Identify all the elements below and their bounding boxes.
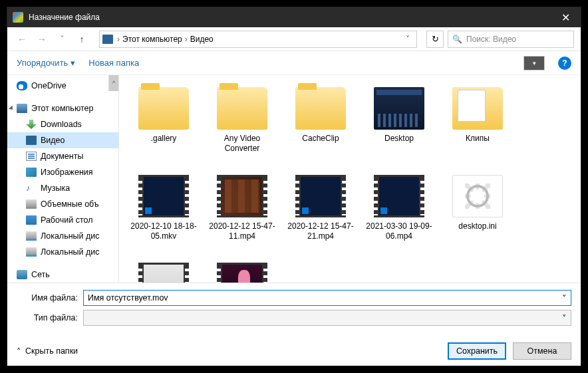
forward-button[interactable]: →	[34, 31, 50, 47]
file-item[interactable]: Клипы	[440, 83, 515, 168]
file-item[interactable]: 2020-12-10 18-18-05.mkv	[126, 171, 202, 256]
footer: ˄Скрыть папки Сохранить Отмена	[7, 336, 581, 366]
window-title: Назначение файла	[29, 13, 100, 22]
search-placeholder: Поиск: Видео	[466, 35, 516, 44]
filetype-select[interactable]: ˅	[83, 310, 571, 326]
folder-icon	[138, 87, 189, 130]
up-button[interactable]: ↑	[74, 31, 90, 47]
chevron-down-icon[interactable]: ˅	[562, 313, 567, 323]
sidebar-item-video[interactable]: Видео	[7, 132, 118, 148]
app-icon	[13, 12, 23, 23]
video-thumb-icon	[374, 175, 424, 217]
video-thumb-icon	[295, 175, 346, 217]
docs-icon	[26, 152, 37, 161]
folder-preview-icon	[374, 87, 424, 130]
search-icon: 🔍	[452, 35, 462, 44]
recent-dropdown[interactable]: ˅	[54, 31, 70, 47]
file-item[interactable]: Desktop	[361, 83, 437, 168]
sidebar-item-pc[interactable]: Этот компьютер	[7, 100, 118, 116]
search-input[interactable]: 🔍 Поиск: Видео	[448, 31, 574, 48]
video-icon	[26, 136, 37, 145]
video-folder-icon	[102, 35, 113, 44]
filename-label: Имя файла:	[17, 293, 78, 303]
breadcrumb-root[interactable]: Этот компьютер	[122, 35, 182, 44]
video-thumb-icon	[217, 175, 267, 217]
pc-icon	[17, 104, 27, 113]
folder-icon	[217, 87, 267, 130]
gear-icon	[466, 185, 489, 207]
video-thumb-icon	[138, 175, 189, 217]
chevron-down-icon: ▾	[71, 58, 75, 68]
image-icon	[26, 168, 37, 177]
chevron-down-icon[interactable]: ˅	[562, 293, 567, 303]
sidebar-item-images[interactable]: Изображения	[7, 164, 118, 180]
music-icon: ♪	[26, 184, 37, 193]
file-item[interactable]: desktop.ini	[440, 171, 515, 256]
file-item[interactable]: МЧТ.mp4	[204, 259, 280, 283]
save-dialog: Назначение файла ✕ ← → ˅ ↑ › Этот компью…	[7, 7, 581, 366]
disk-icon	[26, 231, 37, 241]
titlebar: Назначение файла ✕	[7, 7, 581, 27]
navbar: ← → ˅ ↑ › Этот компьютер › Видео ˅ ↻ 🔍 П…	[7, 27, 581, 51]
back-button[interactable]: ←	[14, 31, 30, 47]
sidebar-item-music[interactable]: ♪Музыка	[7, 180, 118, 196]
breadcrumb[interactable]: › Этот компьютер › Видео ˅	[99, 31, 417, 48]
video-thumb-icon	[138, 263, 189, 283]
file-item[interactable]: 2020-12-12 15-47-21.mp4	[283, 171, 359, 256]
file-item[interactable]: .gallery	[126, 83, 202, 168]
sidebar-item-local1[interactable]: Локальный дис	[7, 228, 118, 244]
folder-icon	[295, 87, 346, 130]
sidebar: ^ OneDrive Этот компьютер Downloads Виде…	[7, 75, 119, 283]
sidebar-item-network[interactable]: Сеть	[7, 267, 118, 283]
cancel-button[interactable]: Отмена	[513, 342, 571, 360]
download-icon	[26, 120, 37, 129]
network-icon	[17, 270, 27, 279]
scrollbar-up[interactable]: ^	[108, 75, 118, 91]
filename-panel: Имя файла: Имя отсутствует.mov˅ Тип файл…	[7, 283, 581, 336]
file-item[interactable]: 2020-12-12 15-47-11.mp4	[204, 171, 280, 256]
sidebar-item-desktop[interactable]: Рабочий стол	[7, 212, 118, 228]
close-button[interactable]: ✕	[551, 7, 581, 27]
view-options[interactable]: ▾	[523, 56, 545, 70]
sidebar-item-3d[interactable]: Объемные объ	[7, 196, 118, 212]
settings-file-icon	[452, 175, 503, 217]
file-item[interactable]: 2021-03-30 19-09-06.mp4	[361, 171, 437, 256]
disk-icon	[26, 247, 37, 257]
chevron-up-icon: ˄	[17, 346, 21, 356]
video-thumb-icon	[217, 263, 267, 283]
sidebar-item-local2[interactable]: Локальный дис	[7, 244, 118, 260]
file-item[interactable]: CacheClip	[283, 83, 359, 168]
folder-preview-icon	[452, 87, 503, 130]
sidebar-item-docs[interactable]: Документы	[7, 148, 118, 164]
new-folder-button[interactable]: Новая папка	[88, 58, 139, 68]
cloud-icon	[17, 81, 27, 90]
help-button[interactable]: ?	[558, 57, 571, 70]
box-icon	[26, 199, 37, 209]
chevron-right-icon: ›	[184, 35, 189, 44]
breadcrumb-dropdown[interactable]: ˅	[402, 35, 414, 44]
hide-folders-toggle[interactable]: ˄Скрыть папки	[17, 346, 78, 356]
sidebar-item-downloads[interactable]: Downloads	[7, 116, 118, 132]
refresh-button[interactable]: ↻	[426, 31, 444, 48]
file-grid: .gallery Any Video Converter CacheClip D…	[119, 75, 581, 283]
toolbar: Упорядочить ▾ Новая папка ▾ ?	[7, 51, 581, 75]
desktop-icon	[26, 215, 37, 225]
filename-input[interactable]: Имя отсутствует.mov˅	[83, 290, 571, 306]
file-item[interactable]: Any Video Converter	[204, 83, 280, 168]
filetype-label: Тип файла:	[17, 313, 78, 322]
organize-menu[interactable]: Упорядочить ▾	[17, 58, 75, 68]
chevron-right-icon: ›	[116, 35, 121, 44]
breadcrumb-folder[interactable]: Видео	[190, 35, 214, 44]
file-item[interactable]: Имя отутствует.mov	[126, 259, 202, 283]
save-button[interactable]: Сохранить	[448, 342, 506, 360]
sidebar-item-onedrive[interactable]: OneDrive	[7, 78, 118, 94]
